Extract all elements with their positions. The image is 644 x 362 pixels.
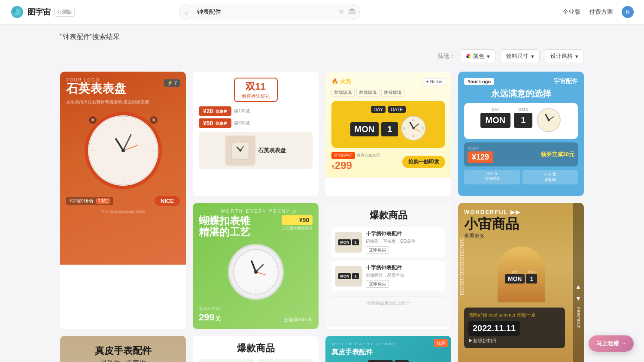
c9-item-2: 真皮手表配件 MON 1 立即加购 (258, 359, 313, 362)
c1-time-badge: TIME (96, 198, 110, 204)
c6-item1-btn[interactable]: 立即购买 (366, 246, 389, 254)
c7-nav-up-icon[interactable]: ▲ (575, 283, 581, 290)
search-input[interactable] (179, 4, 360, 20)
filter-style-label: 设计风格 (550, 52, 573, 60)
card-cyan-promo[interactable]: WORTH EVERY PENNY 真皮手表配件 MON 1 优惠 活动：11月… (325, 336, 451, 362)
c2-promo1-badge: 优惠券 (216, 109, 227, 114)
c3-brand: ✦ Nolibo (422, 78, 445, 85)
c3-day-label: DAY (371, 106, 386, 113)
c4-logo: Your Logo (464, 78, 494, 85)
search-result-title: "钟表配件"搜索结果 (60, 33, 584, 42)
svg-point-23 (413, 127, 415, 130)
filter-style-btn[interactable]: 设计风格 ▾ (545, 49, 584, 63)
c3-day-val: MON (350, 122, 379, 136)
c6-item2-btn[interactable]: 立即购买 (366, 280, 389, 288)
filter-color-btn[interactable]: 颜色 ▾ (461, 49, 495, 63)
c7-day-label-small: DAY (512, 270, 518, 273)
search-bar: ⌕ ✕ (179, 4, 360, 20)
c10-top: WORTH EVERY PENNY (331, 342, 445, 346)
c7-day-val: MON (505, 274, 525, 284)
card-watch-face[interactable]: YOUR LOGO 石英表表盘 ⚡ 7 采用高清浮法石英针专用玻璃 坚固耐磨美观 (60, 72, 186, 329)
search-icon: ⌕ (185, 9, 188, 16)
c5-member-label: 会员到手价 (199, 306, 221, 312)
c2-header: 双11 (246, 81, 265, 92)
c7-date-str: 2022.11.11 (468, 321, 520, 336)
c6-item2-name: 十字绣钟表配件 (366, 264, 442, 272)
results-grid: YOUR LOGO 石英表表盘 ⚡ 7 采用高清浮法石英针专用玻璃 坚固耐磨美观 (60, 72, 584, 362)
svg-point-31 (548, 119, 550, 121)
user-avatar[interactable]: N (622, 6, 634, 18)
c6-item1-img: MON 1 (335, 232, 362, 253)
card-alarm-yellow[interactable]: 🔥 火热 ✦ Nolibo 防震玻璃 防震玻璃 防震玻璃 DAY DATE MO… (325, 72, 451, 196)
c1-subtitle: 采用高清浮法石英针专用玻璃 坚固耐磨美观 (66, 99, 180, 105)
c5-clock-svg (232, 248, 279, 296)
card-leather-watch[interactable]: 真皮手表配件 寻觅你，实惠你 真实，真生活 贵也能固耐磨 12 (60, 336, 186, 362)
filter-color-label: 颜色 (473, 52, 484, 60)
card-bestseller-grid[interactable]: 爆款商品 十字绣钟表配件 MON 1 立即加购 真皮手表配件 (193, 336, 319, 362)
c4-brand: 宇宙配件 (554, 78, 578, 85)
app-name: 图宇宙 (27, 7, 51, 17)
c7-date-val: 1 (526, 274, 537, 284)
c10-day-val: MON (368, 360, 392, 362)
header-nav: 企业版 付费方案 N (562, 6, 634, 18)
c4-date-label: DATE (518, 107, 528, 112)
c7-bottom-label: 潮酷好物 cool summer 潮酷一夏 (468, 312, 561, 318)
svg-point-44 (254, 270, 258, 274)
search-camera-icon[interactable] (349, 8, 355, 16)
nav-enterprise[interactable]: 企业版 (562, 8, 580, 16)
c7-perfect-label: PERFECT (576, 307, 580, 328)
c1-remove-icon[interactable]: ✕ (89, 116, 97, 124)
c2-promo2: ¥50 优惠券 (199, 118, 231, 128)
c10-date-val: 1 (395, 360, 409, 362)
card-butterfly[interactable]: WORTH EVERY PENNY 蝴蝶扣表锥 精湛的工艺 ¥50 入会领大额优… (193, 203, 319, 329)
c5-price-badge-sub: 入会领大额优惠券 (282, 226, 313, 231)
c8-title: 真皮手表配件 (95, 344, 152, 357)
card-bestseller-white[interactable]: 爆款商品 MON 1 十字绣钟表配件 码格彩，享实惠，GO品位 立即购买 (325, 203, 451, 329)
c7-date-label-small: DATE (528, 270, 535, 273)
c1-time-label: 时间的转动 TIME (66, 197, 113, 205)
c5-title2: 精湛的工艺 (199, 226, 250, 238)
c3-price: ¥299 (331, 160, 380, 172)
c7-nav-down-icon[interactable]: ▼ (575, 295, 581, 302)
svg-point-14 (122, 149, 125, 152)
c4-day-label: DAY (492, 107, 499, 112)
logo-area: 图宇宙 公测版 (10, 5, 75, 19)
c5-condition: 全场满300-30 (284, 317, 313, 323)
c5-price-badge: ¥50 (282, 215, 313, 225)
c9-item-1: 十字绣钟表配件 MON 1 立即加购 (199, 359, 254, 362)
c3-tag-3: 防震玻璃 (381, 89, 404, 97)
color-dot-icon (466, 54, 471, 58)
c7-look-more[interactable]: 查看更多 (464, 232, 578, 240)
main-content: "钟表配件"搜索结果 筛选： 颜色 ▾ 物料尺寸 ▾ 设计风格 ▾ YOUR L… (0, 24, 644, 362)
c2-product: 石英表表盘 (258, 147, 286, 154)
c4-tagline: 永远满意的选择 (464, 88, 578, 100)
c6-item2-img: MON 1 (335, 266, 362, 287)
c1-title: 石英表表盘 (66, 82, 126, 96)
c7-main-title: 小宙商品 (464, 217, 578, 231)
c1-desc: The most satisfying Clock (66, 209, 180, 214)
c3-buy-btn[interactable]: 抢购一触即发 (402, 156, 445, 168)
c3-fire: 🔥 火热 (331, 78, 351, 85)
c4-coupon: 领券立减30元 (541, 151, 574, 158)
style-chevron-icon: ▾ (575, 53, 578, 60)
svg-text:6: 6 (413, 134, 414, 137)
size-chevron-icon: ▾ (531, 53, 534, 60)
c2-promo2-label: 满300减 (234, 120, 250, 126)
search-clear-icon[interactable]: ✕ (339, 8, 344, 16)
c4-addon2-price: 0.01元 (525, 172, 576, 177)
card-cool-summer[interactable]: WONDERFUL ▶▶ 小宙商品 查看更多 COOL COOL COOL CO… (458, 203, 584, 362)
fab-feedback[interactable]: 马上吐槽 → (589, 335, 634, 352)
c6-item1-name: 十字绣钟表配件 (366, 230, 442, 238)
filter-size-btn[interactable]: 物料尺寸 ▾ (501, 49, 540, 63)
c8-subtitle: 寻觅你，实惠你 (100, 359, 146, 362)
c1-expand-icon[interactable]: ✕ (150, 116, 158, 124)
c10-title: 真皮手表配件 (331, 348, 445, 357)
c5-arrow-icon: ↗ (291, 208, 296, 216)
c3-analog-svg: 6 12 3 9 (401, 115, 426, 141)
svg-text:9: 9 (403, 127, 405, 130)
card-universe[interactable]: Your Logo 宇宙配件 永远满意的选择 DAY MON DATE 1 (458, 72, 584, 196)
c3-date-label: DATE (388, 106, 406, 113)
card-double11[interactable]: 双11 看直播送好礼 ¥20 优惠券 满100减 ¥50 优惠券 (193, 72, 319, 196)
nav-pricing[interactable]: 付费方案 (589, 8, 613, 16)
c6-footer: 自营的品质让位上护户 (331, 296, 445, 306)
